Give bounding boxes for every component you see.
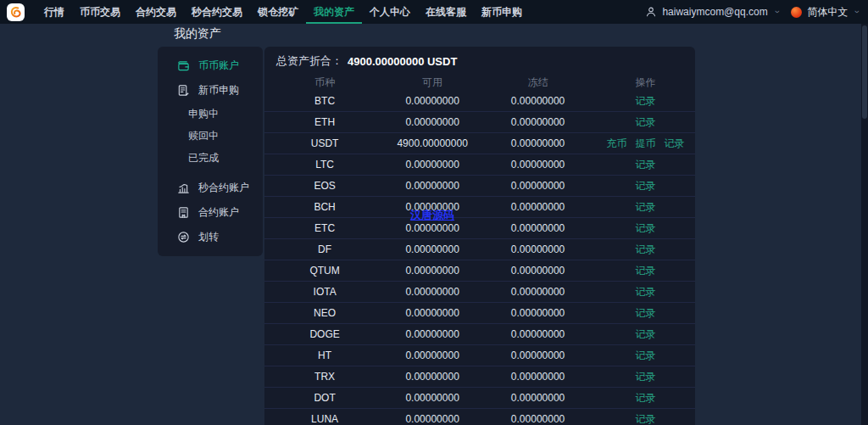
- sidebar-item-new-coin-subscription[interactable]: 新币申购: [158, 78, 263, 103]
- total-assets-row: 总资产折合： 4900.00000000 USDT: [264, 47, 695, 70]
- coin-name: USDT: [264, 137, 385, 149]
- frozen-balance: 0.00000000: [480, 392, 596, 404]
- nav-item-market[interactable]: 行情: [36, 0, 72, 24]
- row-actions: 记录: [596, 179, 695, 193]
- account-email[interactable]: haiwaiymcom@qq.com: [662, 6, 767, 18]
- available-balance: 0.00000000: [385, 243, 480, 255]
- coin-name: EOS: [264, 180, 385, 192]
- scrollbar[interactable]: [861, 24, 868, 425]
- coin-name: NEO: [264, 307, 385, 319]
- table-row: DOT0.000000000.00000000记录: [264, 388, 695, 409]
- records-link[interactable]: 记录: [636, 243, 656, 257]
- sidebar-item-transfer[interactable]: 划转: [158, 225, 263, 249]
- sidebar-item-label: 已完成: [188, 151, 219, 165]
- frozen-balance: 0.00000000: [480, 286, 596, 298]
- sidebar-item-label: 币币账户: [198, 59, 239, 73]
- table-row: NEO0.000000000.00000000记录: [264, 303, 695, 324]
- nav-item-lock-mining[interactable]: 锁仓挖矿: [250, 0, 306, 24]
- sidebar-item-label: 赎回中: [188, 129, 219, 143]
- records-link[interactable]: 记录: [636, 391, 656, 405]
- coin-name: TRX: [264, 371, 385, 383]
- records-link[interactable]: 记录: [636, 221, 656, 236]
- records-link[interactable]: 记录: [636, 412, 656, 425]
- nav-item-spot-trading[interactable]: 币币交易: [72, 0, 128, 24]
- sidebar-item-label: 申购中: [188, 107, 219, 121]
- nav-menu: 行情币币交易合约交易秒合约交易锁仓挖矿我的资产个人中心在线客服新币申购: [36, 0, 530, 24]
- available-balance: 4900.00000000: [385, 137, 480, 149]
- total-assets-value: 4900.00000000 USDT: [348, 55, 457, 68]
- available-balance: 0.00000000: [385, 286, 480, 298]
- chevron-down-icon: ‹: [771, 10, 781, 14]
- account-area: haiwaiymcom@qq.com ‹ 简体中文 ‹: [645, 5, 860, 20]
- chevron-down-icon: ‹: [851, 10, 861, 14]
- coin-name: ETH: [264, 116, 385, 128]
- coin-name: LTC: [264, 159, 385, 171]
- subscription-icon: [176, 84, 190, 98]
- sidebar-item-redeeming[interactable]: 赎回中: [158, 125, 263, 147]
- records-link[interactable]: 记录: [636, 370, 656, 384]
- row-actions: 记录: [596, 412, 695, 425]
- coin-name: BTC: [264, 95, 385, 107]
- user-icon: [645, 6, 657, 18]
- records-link[interactable]: 记录: [636, 179, 656, 193]
- records-link[interactable]: 记录: [636, 327, 656, 342]
- wallet-icon: [176, 59, 190, 73]
- available-balance: 0.00000000: [385, 159, 480, 171]
- sidebar-item-contract-account[interactable]: 合约账户: [158, 200, 263, 225]
- records-link[interactable]: 记录: [636, 115, 656, 130]
- records-link[interactable]: 记录: [636, 349, 656, 363]
- nav-item-new-coin-subscription[interactable]: 新币申购: [474, 0, 530, 24]
- available-balance: 0.00000000: [385, 413, 480, 425]
- column-header-actions: 操作: [596, 75, 695, 90]
- sidebar-item-spot-account[interactable]: 币币账户: [158, 53, 263, 78]
- frozen-balance: 0.00000000: [480, 201, 596, 213]
- frozen-balance: 0.00000000: [480, 328, 596, 340]
- coin-name: BCH: [264, 201, 385, 213]
- row-actions: 记录: [596, 306, 695, 321]
- withdraw-link[interactable]: 提币: [636, 137, 656, 151]
- language-selector[interactable]: 简体中文: [807, 5, 848, 20]
- watermark-link[interactable]: 汉唐源码: [410, 208, 454, 223]
- sidebar-item-second-contract-account[interactable]: 秒合约账户: [158, 176, 263, 200]
- language-flag-icon: [791, 7, 802, 18]
- available-balance: 0.00000000: [385, 328, 480, 340]
- records-link[interactable]: 记录: [665, 137, 685, 151]
- nav-item-my-assets[interactable]: 我的资产: [306, 0, 362, 24]
- row-actions: 记录: [596, 158, 695, 172]
- scrollbar-thumb[interactable]: [862, 25, 867, 119]
- brand-logo-icon[interactable]: [7, 3, 25, 21]
- column-header-available: 可用: [385, 75, 480, 90]
- available-balance: 0.00000000: [385, 392, 480, 404]
- records-link[interactable]: 记录: [636, 264, 656, 278]
- sidebar-item-label: 新币申购: [198, 83, 239, 98]
- column-header-coin: 币种: [264, 75, 385, 90]
- table-row: LUNA0.000000000.00000000记录: [264, 409, 695, 425]
- records-link[interactable]: 记录: [636, 158, 656, 172]
- row-actions: 记录: [596, 94, 695, 109]
- records-link[interactable]: 记录: [636, 285, 656, 299]
- sidebar-item-completed[interactable]: 已完成: [158, 147, 263, 169]
- nav-item-user-center[interactable]: 个人中心: [362, 0, 418, 24]
- table-row: DOGE0.000000000.00000000记录: [264, 324, 695, 345]
- assets-table-body: BTC0.000000000.00000000记录ETH0.000000000.…: [264, 91, 695, 425]
- frozen-balance: 0.00000000: [480, 350, 596, 361]
- sidebar-item-subscribing[interactable]: 申购中: [158, 103, 263, 125]
- records-link[interactable]: 记录: [636, 306, 656, 321]
- nav-item-contract-trading[interactable]: 合约交易: [128, 0, 184, 24]
- available-balance: 0.00000000: [385, 371, 480, 383]
- frozen-balance: 0.00000000: [480, 95, 596, 107]
- table-row: BCH0.00000000汉唐源码0.00000000记录: [264, 197, 695, 218]
- coin-name: LUNA: [264, 413, 385, 425]
- coin-name: ETC: [264, 222, 385, 234]
- coin-name: DOGE: [264, 328, 385, 340]
- nav-item-second-contract-trading[interactable]: 秒合约交易: [184, 0, 250, 24]
- sidebar-menu: 币币账户新币申购申购中赎回中已完成秒合约账户合约账户划转: [158, 47, 263, 256]
- available-balance: 0.00000000: [385, 265, 480, 277]
- available-balance: 0.00000000: [385, 222, 480, 234]
- records-link[interactable]: 记录: [636, 200, 656, 215]
- frozen-balance: 0.00000000: [480, 413, 596, 425]
- row-actions: 记录: [596, 285, 695, 299]
- deposit-link[interactable]: 充币: [607, 137, 627, 151]
- nav-item-online-service[interactable]: 在线客服: [418, 0, 474, 24]
- records-link[interactable]: 记录: [636, 94, 656, 109]
